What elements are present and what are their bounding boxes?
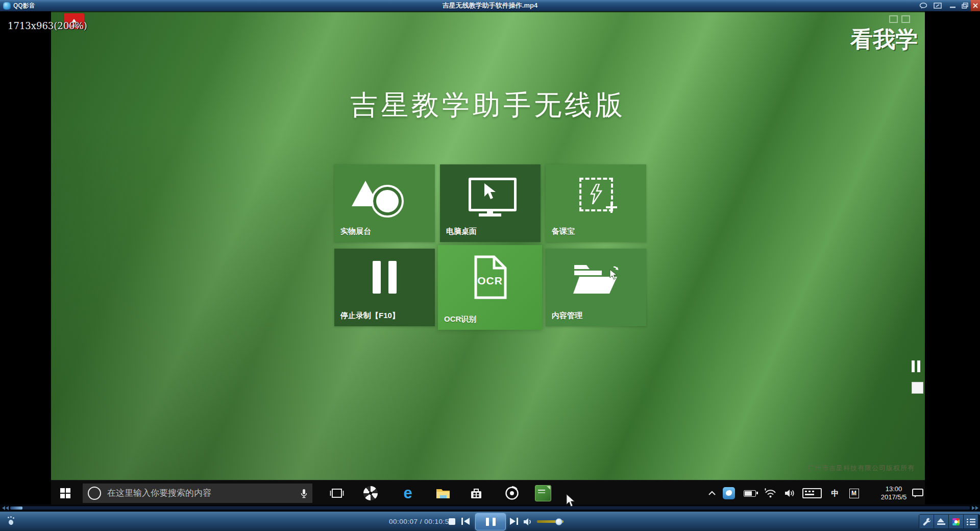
monitor-icon xyxy=(469,178,517,211)
recorded-maximize-icon xyxy=(901,15,910,23)
eject-icon-bar xyxy=(937,523,945,525)
tile-ocr[interactable]: OCR OCR识别 xyxy=(438,245,542,330)
pause-bar xyxy=(493,518,496,526)
tile-lesson-prep[interactable]: 备课宝 xyxy=(546,164,646,242)
tile-label: 备课宝 xyxy=(552,227,575,236)
rewind-button[interactable] xyxy=(2,506,9,510)
pause-bar xyxy=(486,518,489,526)
open-file-button[interactable] xyxy=(934,515,948,528)
restore-button[interactable] xyxy=(960,2,970,10)
qq-player-window: QQ影音 吉星无线教学助手软件操作.mp4 xyxy=(0,0,980,531)
volume-indicator[interactable] xyxy=(782,480,798,506)
tile-label: 内容管理 xyxy=(552,311,582,321)
tray-date: 2017/5/5 xyxy=(881,493,907,501)
copyright-text: 广州市吉星科技有限公司版权所有 xyxy=(807,464,915,473)
titlebar-left: QQ影音 xyxy=(3,0,35,11)
player-control-bar: 00:00:07 / 00:10:57 xyxy=(0,512,980,531)
tile-label: OCR识别 xyxy=(444,315,476,324)
microphone-icon[interactable] xyxy=(301,489,307,498)
speech-bubble-icon xyxy=(919,3,927,9)
action-center-button[interactable] xyxy=(911,480,925,506)
settings-button[interactable] xyxy=(919,515,934,528)
time-display: 00:00:07 / 00:10:57 xyxy=(389,518,453,525)
tile-label: 实物展台 xyxy=(340,227,371,236)
recorder-pause-button[interactable] xyxy=(912,360,922,372)
windows-logo-icon xyxy=(60,488,70,498)
panel-edit-icon xyxy=(934,3,942,9)
ime-language-button[interactable]: M xyxy=(847,480,861,506)
tile-computer-desktop[interactable]: 电脑桌面 xyxy=(440,164,541,242)
volume-knob[interactable] xyxy=(555,518,562,525)
chevron-up-icon xyxy=(708,491,716,496)
touch-keyboard-button[interactable] xyxy=(801,480,823,506)
circle-shape-icon xyxy=(373,187,402,215)
search-input[interactable] xyxy=(106,488,296,499)
pause-button[interactable] xyxy=(475,513,506,530)
edge-icon: e xyxy=(403,486,412,501)
tile-document-camera[interactable]: 实物展台 xyxy=(334,164,435,242)
file-explorer-button[interactable] xyxy=(432,480,454,506)
volume-mute-button[interactable] xyxy=(523,518,534,526)
action-center-icon xyxy=(912,489,923,498)
previous-icon-bar xyxy=(461,518,463,525)
tile-content-manager[interactable]: 内容管理 xyxy=(546,249,646,326)
cursor-arrow-icon xyxy=(482,182,503,203)
screen-recorder-button[interactable] xyxy=(501,480,523,506)
jixing-app-icon xyxy=(535,485,551,501)
recorded-desktop: Jstion 看我学 吉星教学助手无线版 实物展台 xyxy=(51,11,925,505)
feedback-button[interactable] xyxy=(918,2,928,10)
ime-letter-badge: M xyxy=(849,489,859,498)
next-icon-triangle xyxy=(510,518,516,525)
start-button[interactable] xyxy=(54,480,77,506)
resolution-osd: 1713x963(200%) xyxy=(8,20,87,31)
minimize-button[interactable] xyxy=(947,2,958,10)
wrench-icon xyxy=(922,517,931,526)
edge-browser-button[interactable]: e xyxy=(397,480,419,506)
tray-chevron-button[interactable] xyxy=(704,480,720,506)
recorded-minimize-icon xyxy=(889,15,898,23)
battery-indicator[interactable] xyxy=(741,480,758,506)
fast-forward-button[interactable] xyxy=(972,506,978,510)
speaker-icon xyxy=(785,489,796,497)
snapshot-button[interactable] xyxy=(949,515,963,528)
playlist-button[interactable] xyxy=(964,515,978,528)
playlist-panel-button[interactable] xyxy=(933,2,943,10)
playlist-icon xyxy=(967,518,975,525)
restore-icon xyxy=(962,3,968,9)
fast-forward-icon xyxy=(975,506,978,510)
clock-button[interactable]: 13:00 2017/5/5 xyxy=(872,480,916,506)
previous-icon-triangle xyxy=(464,518,470,525)
tile-stop-recording[interactable]: 停止录制【F10】 xyxy=(334,249,435,326)
pinwheel-browser-button[interactable] xyxy=(359,480,382,506)
mini-mode-footprint-button[interactable] xyxy=(7,516,15,525)
seek-bar[interactable] xyxy=(10,506,970,510)
pause-bar xyxy=(912,360,915,372)
wifi-indicator[interactable] xyxy=(763,480,778,506)
next-button[interactable] xyxy=(510,518,518,525)
close-button[interactable] xyxy=(971,0,980,11)
app-main-title: 吉星教学助手无线版 xyxy=(51,87,925,124)
fast-forward-icon xyxy=(972,506,975,510)
app-name: QQ影音 xyxy=(13,2,35,10)
player-tool-group xyxy=(919,514,980,529)
titlebar: QQ影音 吉星无线教学助手软件操作.mp4 xyxy=(0,0,980,12)
task-view-button[interactable] xyxy=(326,480,348,506)
close-icon xyxy=(973,3,978,8)
stop-button[interactable] xyxy=(449,518,455,525)
next-icon-bar xyxy=(517,518,518,525)
wifi-icon xyxy=(764,488,777,498)
video-display-area[interactable]: 1713x963(200%) Jstion 看我学 吉星教学助手无线版 实物展台 xyxy=(0,11,980,504)
pause-bar xyxy=(917,360,920,372)
ime-mode-button[interactable]: 中 xyxy=(828,480,842,506)
store-button[interactable] xyxy=(465,480,487,506)
recorder-stop-button[interactable] xyxy=(912,382,923,394)
previous-button[interactable] xyxy=(461,518,470,525)
tray-blue-app-button[interactable] xyxy=(721,480,737,506)
jixing-assistant-button[interactable] xyxy=(532,480,554,506)
rewind-icon xyxy=(6,506,9,510)
cortana-circle-icon xyxy=(88,487,101,500)
watermark-text: 看我学 xyxy=(850,25,918,55)
tile-label: 停止录制【F10】 xyxy=(340,311,400,321)
crosshair-icon-v xyxy=(610,202,612,213)
taskbar-search-box[interactable] xyxy=(83,484,312,503)
